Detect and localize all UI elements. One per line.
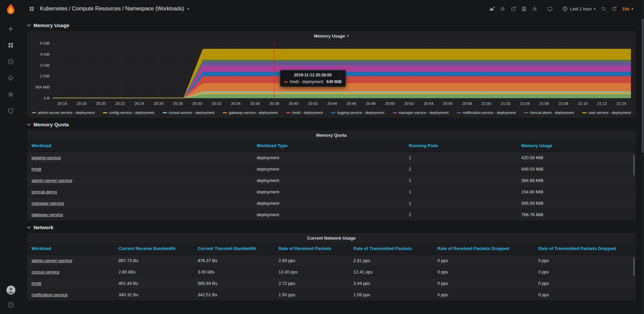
- legend-item[interactable]: logging-service - deployment: [331, 111, 384, 115]
- legend-item[interactable]: gateway-service - deployment: [223, 111, 278, 115]
- chevron-down-icon: [27, 123, 31, 127]
- svg-text:21:10: 21:10: [578, 102, 588, 106]
- legend-item[interactable]: tomcat-demo - deployment: [524, 111, 574, 115]
- zoom-out-button[interactable]: [599, 4, 608, 14]
- legend-swatch: [331, 112, 335, 113]
- table-cell: 0 pps: [433, 289, 534, 301]
- column-header-link[interactable]: Rate of Received Packets Dropped: [433, 243, 534, 255]
- table-cell: 2: [405, 209, 517, 221]
- legend-label: consul-service - deployment: [169, 111, 215, 115]
- time-range-button[interactable]: Last 1 hour ▾: [560, 4, 598, 14]
- star-button[interactable]: [498, 4, 507, 14]
- configuration-gear-icon[interactable]: [7, 91, 14, 98]
- column-header-link[interactable]: Workload: [27, 243, 114, 255]
- chevron-down-icon: [27, 226, 31, 230]
- section-header-memory-quota[interactable]: Memory Quota: [27, 119, 636, 130]
- workload-link[interactable]: tomcat-demo: [32, 189, 57, 194]
- section-header-network[interactable]: Network: [27, 222, 636, 233]
- legend-item[interactable]: config-service - deployment: [103, 111, 154, 115]
- help-icon[interactable]: ?: [7, 301, 14, 309]
- table-row: notification-service340.32 Bs342.51 Bs1.…: [27, 289, 636, 301]
- workload-link[interactable]: hmdt: [32, 167, 41, 172]
- legend-item[interactable]: consul-service - deployment: [163, 111, 215, 115]
- grafana-logo[interactable]: [4, 3, 17, 16]
- table-scrollbar-thumb[interactable]: [633, 154, 635, 175]
- server-admin-shield-icon[interactable]: [7, 107, 14, 115]
- memory-usage-graph[interactable]: 0 B954 MiB2 GiB3 GiB4 GiB5 GiB20:1620:18…: [27, 41, 636, 110]
- refresh-button[interactable]: [609, 4, 619, 14]
- tv-mode-button[interactable]: [545, 4, 555, 14]
- add-panel-button[interactable]: [487, 4, 497, 14]
- sidebar: ?: [0, 0, 21, 314]
- page-scrollbar-thumb[interactable]: [642, 19, 644, 153]
- workload-link[interactable]: gateway-service: [32, 212, 63, 217]
- user-avatar[interactable]: [6, 286, 15, 295]
- workload-link[interactable]: admin-server-service: [32, 178, 72, 183]
- table-cell: 565.59 MiB: [517, 198, 636, 209]
- workload-link[interactable]: consul-service: [32, 269, 59, 274]
- legend-item[interactable]: user-service - deployment: [582, 111, 631, 115]
- network-usage-panel-title[interactable]: Current Network Usage: [27, 233, 636, 243]
- create-plus-icon[interactable]: [7, 25, 14, 33]
- column-header-link[interactable]: Rate of Transmitted Packets: [349, 243, 433, 255]
- legend-item[interactable]: admin-server-service - deployment: [32, 111, 95, 115]
- chevron-down-icon: ▾: [631, 7, 633, 11]
- column-header-link[interactable]: Current Receive Bandwidth: [114, 243, 193, 255]
- svg-text:21:02: 21:02: [501, 102, 511, 106]
- table-cell: 766.76 MiB: [517, 209, 636, 221]
- refresh-interval-button[interactable]: 10s ▾: [620, 4, 635, 14]
- column-header-link[interactable]: Current Transmit Bandwidth: [193, 243, 274, 255]
- alerting-bell-icon[interactable]: [7, 74, 14, 82]
- workload-link[interactable]: notification-service: [32, 292, 68, 297]
- graph-legend: admin-server-service - deploymentconfig-…: [27, 110, 636, 118]
- navbar: Kubernetes / Compute Resources / Namespa…: [21, 0, 644, 17]
- workload-link[interactable]: logging-service: [32, 155, 61, 160]
- svg-text:20:26: 20:26: [154, 102, 164, 106]
- legend-item[interactable]: notification-service - deployment: [457, 111, 516, 115]
- memory-quota-panel: Memory Quota WorkloadWorkload TypeRunnin…: [27, 130, 636, 221]
- table-scrollbar-thumb[interactable]: [633, 257, 635, 276]
- apps-grid-icon[interactable]: [27, 4, 37, 14]
- tooltip-timestamp: 2019-11-12 20:38:00: [284, 73, 342, 77]
- explore-compass-icon[interactable]: [7, 58, 14, 65]
- svg-text:2 GiB: 2 GiB: [40, 74, 50, 78]
- column-header-link[interactable]: Rate of Transmitted Packets Dropped: [534, 243, 636, 255]
- table-cell: 1: [405, 198, 517, 209]
- svg-text:20:46: 20:46: [346, 102, 356, 106]
- column-header-link[interactable]: Rate of Received Packets: [274, 243, 349, 255]
- svg-text:21:14: 21:14: [616, 102, 626, 106]
- workload-link[interactable]: manager-service: [32, 201, 64, 206]
- table-cell: deployment: [252, 198, 405, 209]
- legend-item[interactable]: manager-service - deployment: [393, 111, 449, 115]
- share-button[interactable]: [508, 4, 518, 14]
- dashboard-title[interactable]: Kubernetes / Compute Resources / Namespa…: [40, 6, 189, 12]
- column-header-link[interactable]: Running Pods: [405, 140, 517, 152]
- table-cell: 0 pps: [534, 266, 636, 278]
- workload-link[interactable]: hmdt: [32, 281, 41, 286]
- legend-swatch: [223, 112, 227, 113]
- settings-button[interactable]: [530, 4, 540, 14]
- memory-quota-panel-title[interactable]: Memory Quota: [27, 130, 636, 140]
- svg-text:20:34: 20:34: [231, 102, 241, 106]
- table-row: admin-server-servicedeployment1384.68 Mi…: [27, 175, 636, 186]
- table-cell: 0 pps: [433, 278, 534, 289]
- table-cell: 2.72 pps: [274, 278, 349, 289]
- save-button[interactable]: [519, 4, 529, 14]
- chevron-down-icon: [27, 23, 31, 27]
- table-cell: 3.00 kBs: [193, 266, 274, 278]
- column-header-link[interactable]: Workload Type: [252, 140, 405, 152]
- column-header-link[interactable]: Memory Usage: [517, 140, 636, 152]
- memory-usage-panel-title[interactable]: Memory Usage ▾: [27, 31, 636, 41]
- table-cell: 2.80 kBs: [114, 266, 193, 278]
- dashboards-icon[interactable]: [7, 42, 14, 49]
- table-cell: 342.51 Bs: [193, 289, 274, 301]
- legend-item[interactable]: hmdt - deployment: [286, 111, 323, 115]
- table-row: tomcat-demodeployment1154.80 MiB: [27, 186, 636, 198]
- table-row: manager-servicedeployment1565.59 MiB: [27, 198, 636, 209]
- legend-label: user-service - deployment: [588, 111, 631, 115]
- workload-link[interactable]: admin-server-service: [32, 258, 72, 263]
- table-cell: 1.50 pps: [274, 289, 349, 301]
- section-header-memory-usage[interactable]: Memory Usage: [27, 20, 636, 31]
- table-row: logging-servicedeployment1420.59 MiB: [27, 152, 636, 164]
- column-header-link[interactable]: Workload: [27, 140, 252, 152]
